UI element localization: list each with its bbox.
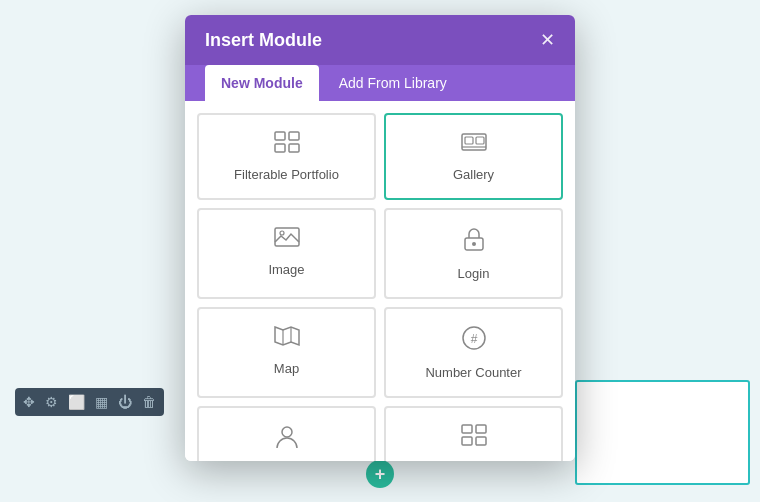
- filterable-portfolio-label: Filterable Portfolio: [234, 167, 339, 182]
- svg-text:#: #: [470, 332, 477, 346]
- login-icon: [463, 226, 485, 258]
- svg-rect-1: [289, 132, 299, 140]
- module-item-filterable-portfolio[interactable]: Filterable Portfolio: [197, 113, 376, 200]
- login-label: Login: [458, 266, 490, 281]
- person-icon: [276, 424, 298, 456]
- portfolio-icon: [461, 424, 487, 452]
- number-counter-label: Number Counter: [425, 365, 521, 380]
- module-item-image[interactable]: Image: [197, 208, 376, 299]
- image-label: Image: [268, 262, 304, 277]
- map-label: Map: [274, 361, 299, 376]
- svg-rect-3: [289, 144, 299, 152]
- svg-rect-4: [462, 134, 486, 150]
- svg-point-9: [280, 231, 284, 235]
- svg-point-11: [472, 242, 476, 246]
- image-icon: [274, 226, 300, 254]
- module-item-number-counter[interactable]: # Number Counter: [384, 307, 563, 398]
- filterable-portfolio-icon: [274, 131, 300, 159]
- module-item-person[interactable]: Person: [197, 406, 376, 461]
- svg-rect-21: [476, 437, 486, 445]
- map-icon: [274, 325, 300, 353]
- svg-rect-5: [465, 137, 473, 144]
- svg-rect-19: [476, 425, 486, 433]
- insert-module-modal: Insert Module ✕ New Module Add From Libr…: [185, 15, 575, 461]
- modal-tabs: New Module Add From Library: [185, 65, 575, 101]
- modal-title: Insert Module: [205, 30, 322, 51]
- tab-add-from-library[interactable]: Add From Library: [323, 65, 463, 101]
- svg-rect-2: [275, 144, 285, 152]
- module-item-login[interactable]: Login: [384, 208, 563, 299]
- svg-rect-0: [275, 132, 285, 140]
- module-item-portfolio[interactable]: Portfolio: [384, 406, 563, 461]
- gallery-icon: [461, 131, 487, 159]
- module-grid: Filterable Portfolio Gallery: [197, 113, 563, 461]
- svg-rect-8: [275, 228, 299, 246]
- module-item-gallery[interactable]: Gallery: [384, 113, 563, 200]
- svg-rect-18: [462, 425, 472, 433]
- svg-rect-6: [476, 137, 484, 144]
- modal-header: Insert Module ✕: [185, 15, 575, 65]
- svg-point-17: [282, 427, 292, 437]
- modal-close-button[interactable]: ✕: [540, 29, 555, 51]
- modal-body: Filterable Portfolio Gallery: [185, 101, 575, 461]
- module-item-map[interactable]: Map: [197, 307, 376, 398]
- gallery-label: Gallery: [453, 167, 494, 182]
- tab-new-module[interactable]: New Module: [205, 65, 319, 101]
- svg-marker-12: [275, 327, 299, 345]
- modal-overlay: Insert Module ✕ New Module Add From Libr…: [0, 0, 760, 502]
- portfolio-label: Portfolio: [450, 460, 498, 461]
- number-counter-icon: #: [461, 325, 487, 357]
- svg-rect-20: [462, 437, 472, 445]
